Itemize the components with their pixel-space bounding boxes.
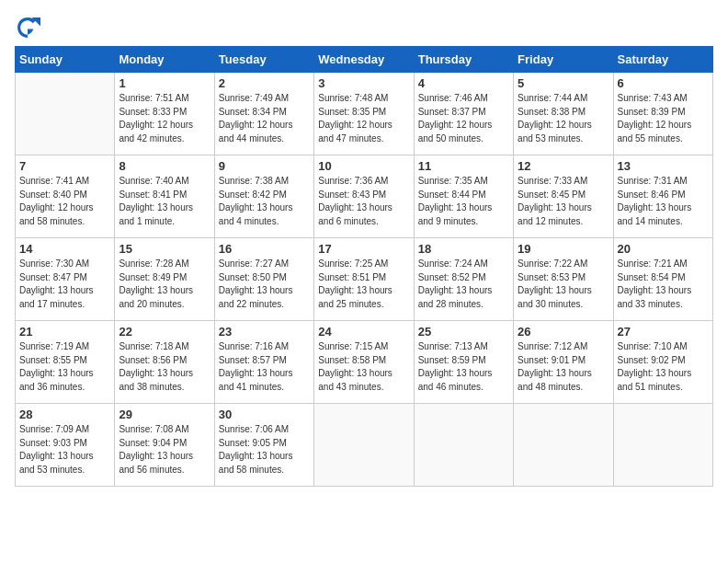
calendar-body: 1Sunrise: 7:51 AMSunset: 8:33 PMDaylight… bbox=[16, 73, 713, 487]
calendar-cell: 16Sunrise: 7:27 AMSunset: 8:50 PMDayligh… bbox=[214, 238, 313, 321]
day-number: 24 bbox=[318, 325, 409, 339]
cell-info: Sunrise: 7:15 AMSunset: 8:58 PMDaylight:… bbox=[318, 340, 409, 394]
day-number: 20 bbox=[618, 242, 709, 256]
day-number: 23 bbox=[219, 325, 310, 339]
cell-info: Sunrise: 7:22 AMSunset: 8:53 PMDaylight:… bbox=[518, 258, 609, 311]
calendar-cell: 10Sunrise: 7:36 AMSunset: 8:43 PMDayligh… bbox=[314, 155, 414, 238]
calendar-cell: 1Sunrise: 7:51 AMSunset: 8:33 PMDaylight… bbox=[115, 73, 214, 155]
cell-info: Sunrise: 7:19 AMSunset: 8:55 PMDaylight:… bbox=[19, 340, 110, 394]
cell-info: Sunrise: 7:06 AMSunset: 9:05 PMDaylight:… bbox=[219, 423, 310, 477]
cell-info: Sunrise: 7:28 AMSunset: 8:49 PMDaylight:… bbox=[119, 258, 210, 311]
day-number: 26 bbox=[518, 325, 609, 339]
cell-info: Sunrise: 7:24 AMSunset: 8:52 PMDaylight:… bbox=[418, 258, 509, 311]
calendar-cell: 27Sunrise: 7:10 AMSunset: 9:02 PMDayligh… bbox=[613, 321, 712, 404]
calendar-cell: 24Sunrise: 7:15 AMSunset: 8:58 PMDayligh… bbox=[314, 321, 414, 404]
weekday-header-wednesday: Wednesday bbox=[314, 47, 414, 73]
day-number: 1 bbox=[119, 76, 210, 90]
day-number: 9 bbox=[219, 159, 310, 173]
day-number: 25 bbox=[418, 325, 509, 339]
weekday-header-thursday: Thursday bbox=[414, 47, 513, 73]
cell-info: Sunrise: 7:48 AMSunset: 8:35 PMDaylight:… bbox=[318, 92, 409, 145]
weekday-header-tuesday: Tuesday bbox=[214, 47, 313, 73]
calendar-cell: 3Sunrise: 7:48 AMSunset: 8:35 PMDaylight… bbox=[314, 73, 414, 155]
cell-info: Sunrise: 7:40 AMSunset: 8:41 PMDaylight:… bbox=[119, 175, 210, 228]
logo-icon bbox=[15, 15, 40, 40]
day-number: 12 bbox=[518, 159, 609, 173]
day-number: 5 bbox=[518, 76, 609, 90]
calendar-cell bbox=[613, 404, 712, 487]
day-number: 29 bbox=[119, 408, 210, 421]
cell-info: Sunrise: 7:25 AMSunset: 8:51 PMDaylight:… bbox=[318, 258, 409, 311]
calendar-cell: 23Sunrise: 7:16 AMSunset: 8:57 PMDayligh… bbox=[214, 321, 313, 404]
cell-info: Sunrise: 7:27 AMSunset: 8:50 PMDaylight:… bbox=[219, 258, 310, 311]
calendar-cell: 7Sunrise: 7:41 AMSunset: 8:40 PMDaylight… bbox=[16, 155, 115, 238]
day-number: 4 bbox=[418, 76, 509, 90]
cell-info: Sunrise: 7:38 AMSunset: 8:42 PMDaylight:… bbox=[219, 175, 310, 228]
day-number: 28 bbox=[19, 408, 110, 421]
calendar-cell: 8Sunrise: 7:40 AMSunset: 8:41 PMDaylight… bbox=[115, 155, 214, 238]
calendar-cell: 21Sunrise: 7:19 AMSunset: 8:55 PMDayligh… bbox=[16, 321, 115, 404]
calendar-cell bbox=[514, 404, 613, 487]
calendar-cell: 14Sunrise: 7:30 AMSunset: 8:47 PMDayligh… bbox=[16, 238, 115, 321]
day-number: 15 bbox=[119, 242, 210, 256]
calendar-cell: 15Sunrise: 7:28 AMSunset: 8:49 PMDayligh… bbox=[115, 238, 214, 321]
page-header bbox=[15, 15, 713, 40]
cell-info: Sunrise: 7:46 AMSunset: 8:37 PMDaylight:… bbox=[418, 92, 509, 145]
cell-info: Sunrise: 7:49 AMSunset: 8:34 PMDaylight:… bbox=[219, 92, 310, 145]
day-number: 21 bbox=[19, 325, 110, 339]
weekday-header-monday: Monday bbox=[115, 47, 214, 73]
calendar-cell bbox=[414, 404, 513, 487]
day-number: 10 bbox=[318, 159, 409, 173]
cell-info: Sunrise: 7:35 AMSunset: 8:44 PMDaylight:… bbox=[418, 175, 509, 228]
day-number: 22 bbox=[119, 325, 210, 339]
calendar-header-row: SundayMondayTuesdayWednesdayThursdayFrid… bbox=[16, 47, 713, 73]
cell-info: Sunrise: 7:10 AMSunset: 9:02 PMDaylight:… bbox=[618, 340, 709, 394]
calendar-cell bbox=[16, 73, 115, 155]
cell-info: Sunrise: 7:21 AMSunset: 8:54 PMDaylight:… bbox=[618, 258, 709, 311]
weekday-header-sunday: Sunday bbox=[16, 47, 115, 73]
cell-info: Sunrise: 7:09 AMSunset: 9:03 PMDaylight:… bbox=[19, 423, 110, 477]
day-number: 14 bbox=[19, 242, 110, 256]
cell-info: Sunrise: 7:31 AMSunset: 8:46 PMDaylight:… bbox=[618, 175, 709, 228]
logo bbox=[15, 15, 44, 40]
day-number: 27 bbox=[618, 325, 709, 339]
calendar-cell: 25Sunrise: 7:13 AMSunset: 8:59 PMDayligh… bbox=[414, 321, 513, 404]
day-number: 2 bbox=[219, 76, 310, 90]
cell-info: Sunrise: 7:30 AMSunset: 8:47 PMDaylight:… bbox=[19, 258, 110, 311]
day-number: 7 bbox=[19, 159, 110, 173]
calendar-cell: 4Sunrise: 7:46 AMSunset: 8:37 PMDaylight… bbox=[414, 73, 513, 155]
cell-info: Sunrise: 7:33 AMSunset: 8:45 PMDaylight:… bbox=[518, 175, 609, 228]
calendar-week-row: 28Sunrise: 7:09 AMSunset: 9:03 PMDayligh… bbox=[16, 404, 713, 487]
cell-info: Sunrise: 7:13 AMSunset: 8:59 PMDaylight:… bbox=[418, 340, 509, 394]
calendar-cell: 29Sunrise: 7:08 AMSunset: 9:04 PMDayligh… bbox=[115, 404, 214, 487]
day-number: 19 bbox=[518, 242, 609, 256]
day-number: 30 bbox=[219, 408, 310, 421]
cell-info: Sunrise: 7:08 AMSunset: 9:04 PMDaylight:… bbox=[119, 423, 210, 477]
calendar-cell: 5Sunrise: 7:44 AMSunset: 8:38 PMDaylight… bbox=[514, 73, 613, 155]
calendar-table: SundayMondayTuesdayWednesdayThursdayFrid… bbox=[15, 46, 713, 487]
day-number: 16 bbox=[219, 242, 310, 256]
cell-info: Sunrise: 7:43 AMSunset: 8:39 PMDaylight:… bbox=[618, 92, 709, 145]
calendar-cell: 22Sunrise: 7:18 AMSunset: 8:56 PMDayligh… bbox=[115, 321, 214, 404]
calendar-cell: 17Sunrise: 7:25 AMSunset: 8:51 PMDayligh… bbox=[314, 238, 414, 321]
calendar-week-row: 14Sunrise: 7:30 AMSunset: 8:47 PMDayligh… bbox=[16, 238, 713, 321]
calendar-cell: 11Sunrise: 7:35 AMSunset: 8:44 PMDayligh… bbox=[414, 155, 513, 238]
calendar-cell: 30Sunrise: 7:06 AMSunset: 9:05 PMDayligh… bbox=[214, 404, 313, 487]
calendar-cell: 12Sunrise: 7:33 AMSunset: 8:45 PMDayligh… bbox=[514, 155, 613, 238]
cell-info: Sunrise: 7:16 AMSunset: 8:57 PMDaylight:… bbox=[219, 340, 310, 394]
calendar-cell bbox=[314, 404, 414, 487]
day-number: 6 bbox=[618, 76, 709, 90]
day-number: 8 bbox=[119, 159, 210, 173]
cell-info: Sunrise: 7:36 AMSunset: 8:43 PMDaylight:… bbox=[318, 175, 409, 228]
calendar-cell: 19Sunrise: 7:22 AMSunset: 8:53 PMDayligh… bbox=[514, 238, 613, 321]
calendar-week-row: 7Sunrise: 7:41 AMSunset: 8:40 PMDaylight… bbox=[16, 155, 713, 238]
calendar-cell: 13Sunrise: 7:31 AMSunset: 8:46 PMDayligh… bbox=[613, 155, 712, 238]
day-number: 3 bbox=[318, 76, 409, 90]
cell-info: Sunrise: 7:18 AMSunset: 8:56 PMDaylight:… bbox=[119, 340, 210, 394]
calendar-cell: 9Sunrise: 7:38 AMSunset: 8:42 PMDaylight… bbox=[214, 155, 313, 238]
calendar-cell: 18Sunrise: 7:24 AMSunset: 8:52 PMDayligh… bbox=[414, 238, 513, 321]
calendar-cell: 20Sunrise: 7:21 AMSunset: 8:54 PMDayligh… bbox=[613, 238, 712, 321]
calendar-cell: 2Sunrise: 7:49 AMSunset: 8:34 PMDaylight… bbox=[214, 73, 313, 155]
weekday-header-friday: Friday bbox=[514, 47, 613, 73]
cell-info: Sunrise: 7:12 AMSunset: 9:01 PMDaylight:… bbox=[518, 340, 609, 394]
